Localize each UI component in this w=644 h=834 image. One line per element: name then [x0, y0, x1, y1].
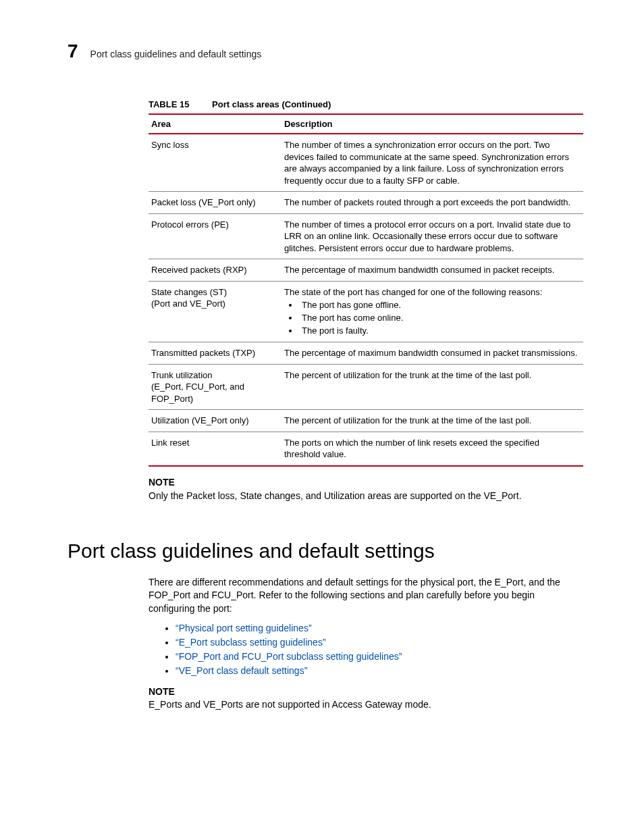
table-title: Port class areas (Continued)	[212, 99, 331, 109]
cell-desc: The percent of utilization for the trunk…	[281, 410, 583, 432]
cell-area-line: (Port and VE_Port)	[151, 298, 225, 309]
cell-desc: The number of times a protocol error occ…	[281, 213, 583, 259]
table-row: Protocol errors (PE) The number of times…	[149, 213, 583, 259]
cross-reference-link[interactable]: “Physical port setting guidelines”	[176, 623, 312, 633]
note-text: E_Ports and VE_Ports are not supported i…	[149, 699, 431, 710]
cell-desc: The percent of utilization for the trunk…	[281, 364, 583, 410]
note-block: NOTE Only the Packet loss, State changes…	[149, 476, 583, 502]
cell-area: Protocol errors (PE)	[149, 213, 281, 259]
cell-area-line: Trunk utilization	[151, 370, 213, 380]
list-item: The port has come online.	[299, 312, 578, 324]
list-item: The port is faulty.	[299, 325, 578, 337]
cell-area: Sync loss	[149, 134, 281, 192]
cell-area: Packet loss (VE_Port only)	[149, 192, 281, 214]
note-block: NOTE E_Ports and VE_Ports are not suppor…	[149, 685, 583, 712]
cell-desc: The number of packets routed through a p…	[281, 192, 583, 214]
cell-area: Utilization (VE_Port only)	[149, 410, 281, 432]
running-head: Port class guidelines and default settin…	[90, 49, 262, 59]
cell-area: State changes (ST) (Port and VE_Port)	[149, 281, 281, 342]
port-class-areas-table: Area Description Sync loss The number of…	[149, 113, 583, 467]
cell-area: Received packets (RXP)	[149, 259, 281, 282]
cell-bullet-list: The port has gone offline. The port has …	[284, 299, 578, 336]
cross-reference-link[interactable]: “FOP_Port and FCU_Port subclass setting …	[176, 651, 402, 662]
cell-area: Trunk utilization (E_Port, FCU_Port, and…	[149, 364, 281, 410]
note-label: NOTE	[149, 685, 583, 698]
section-heading: Port class guidelines and default settin…	[68, 540, 583, 563]
table-row: Trunk utilization (E_Port, FCU_Port, and…	[149, 364, 583, 410]
chapter-number: 7	[68, 41, 78, 62]
cell-desc: The percentage of maximum bandwidth cons…	[281, 342, 583, 365]
list-item: “Physical port setting guidelines”	[176, 623, 583, 633]
table-row: Link reset The ports on which the number…	[149, 432, 583, 466]
list-item: The port has gone offline.	[299, 299, 578, 311]
cell-desc: The state of the port has changed for on…	[281, 281, 583, 342]
cell-desc: The percentage of maximum bandwidth cons…	[281, 259, 583, 282]
note-label: NOTE	[149, 476, 583, 489]
list-item: “E_Port subclass setting guidelines”	[176, 637, 583, 648]
cell-area: Transmitted packets (TXP)	[149, 342, 281, 365]
table-caption: TABLE 15 Port class areas (Continued)	[149, 99, 583, 109]
table-row: Sync loss The number of times a synchron…	[149, 134, 583, 192]
col-header-description: Description	[281, 114, 583, 134]
cell-desc: The ports on which the number of link re…	[281, 432, 583, 466]
table-label: TABLE 15	[149, 99, 189, 109]
cell-desc-intro: The state of the port has changed for on…	[284, 286, 578, 298]
col-header-area: Area	[149, 114, 281, 134]
cell-area: Link reset	[149, 432, 281, 466]
section-intro: There are different recommendations and …	[149, 576, 583, 616]
list-item: “FOP_Port and FCU_Port subclass setting …	[176, 651, 583, 662]
note-text: Only the Packet loss, State changes, and…	[149, 490, 522, 501]
cross-reference-link[interactable]: “E_Port subclass setting guidelines”	[176, 637, 326, 648]
table-row: State changes (ST) (Port and VE_Port) Th…	[149, 281, 583, 342]
cell-area-line: (E_Port, FCU_Port, and FOP_Port)	[151, 382, 244, 404]
table-row: Packet loss (VE_Port only) The number of…	[149, 192, 583, 214]
list-item: “VE_Port class default settings”	[176, 665, 583, 676]
cell-desc: The number of times a synchronization er…	[281, 134, 583, 192]
table-row: Received packets (RXP) The percentage of…	[149, 259, 583, 282]
table-row: Transmitted packets (TXP) The percentage…	[149, 342, 583, 365]
cell-area-line: State changes (ST)	[151, 287, 227, 297]
cross-reference-link[interactable]: “VE_Port class default settings”	[176, 665, 307, 676]
page-header: 7 Port class guidelines and default sett…	[68, 41, 583, 62]
table-row: Utilization (VE_Port only) The percent o…	[149, 410, 583, 432]
xref-list: “Physical port setting guidelines” “E_Po…	[149, 623, 583, 676]
